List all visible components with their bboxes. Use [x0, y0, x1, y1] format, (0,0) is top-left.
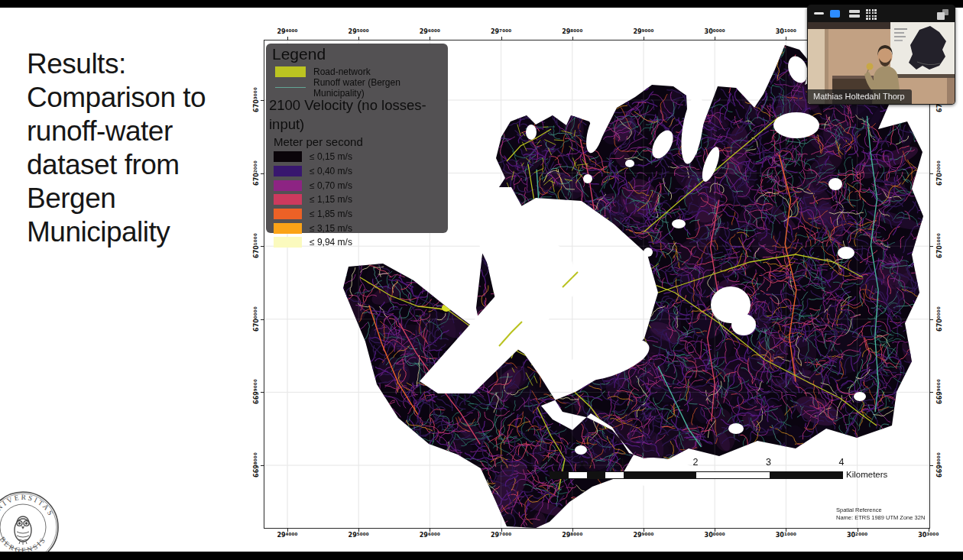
velocity-class-label: ≤ 1,15 m/s	[310, 194, 352, 205]
view-controls-toolbar	[807, 5, 955, 22]
scale-bar-number: 0,5	[571, 457, 601, 468]
map-frame: 2940002940002950002950002960002960002970…	[264, 40, 930, 529]
graticule-tick	[858, 528, 858, 532]
legend-class-row: ≤ 0,70 m/s	[274, 178, 442, 193]
spatial-reference: Spatial Reference Name: ETRS 1989 UTM Zo…	[836, 507, 925, 521]
scale-bar-segment	[770, 472, 843, 478]
x-axis-tick-label-bottom: 303000	[912, 532, 945, 539]
letterbox-bottom-bar	[0, 552, 963, 560]
title-line: Municipality	[27, 215, 256, 249]
grid-view-icon[interactable]	[866, 9, 877, 21]
y-axis-tick-label-right: 6698000	[936, 448, 943, 482]
legend-class-list: ≤ 0,15 m/s≤ 0,40 m/s≤ 0,70 m/s≤ 1,15 m/s…	[272, 150, 442, 250]
graticule-tick	[644, 37, 644, 40]
velocity-class-swatch	[274, 194, 302, 205]
velocity-class-label: ≤ 0,15 m/s	[310, 151, 352, 162]
velocity-class-swatch	[274, 223, 302, 234]
x-axis-tick-label-top: 301000	[769, 28, 802, 35]
graticule-tick	[572, 528, 573, 532]
x-axis-tick-label-top: 297000	[485, 28, 518, 35]
graticule-tick	[430, 37, 430, 40]
title-line: runoff-water	[27, 115, 256, 148]
gallery-strip-view-icon[interactable]	[849, 10, 860, 19]
x-axis-tick-label-bottom: 302000	[841, 532, 874, 539]
x-axis-tick-label-bottom: 301000	[769, 532, 802, 539]
graticule-tick	[786, 528, 786, 532]
velocity-class-swatch	[274, 209, 302, 219]
spatial-reference-name: Name: ETRS 1989 UTM Zone 32N	[836, 514, 925, 522]
graticule-tick	[715, 37, 715, 40]
spatial-reference-heading: Spatial Reference	[836, 507, 925, 514]
velocity-class-label: ≤ 3,15 m/s	[310, 223, 352, 234]
road-network-swatch	[275, 66, 306, 77]
legend-units-heading: Meter per second	[274, 134, 442, 150]
velocity-class-label: ≤ 0,40 m/s	[310, 166, 352, 176]
webcam-panel[interactable]: Mathias Holtedahl Thorp	[807, 5, 955, 105]
map-legend: Legend Road-network Runoff water (Bergen…	[266, 44, 448, 233]
scale-bar-graphic	[550, 471, 843, 479]
graticule-tick	[715, 528, 715, 532]
x-axis-tick-label-bottom: 295000	[342, 532, 375, 539]
graticule-tick	[261, 173, 264, 174]
y-axis-tick-label-left: 6701000	[253, 229, 260, 263]
legend-layer-title: 2100 Velocity (no losses-input)	[269, 95, 442, 134]
scale-bar-segment	[624, 472, 697, 478]
title-line: Results:	[27, 47, 256, 81]
university-of-bergen-seal: UNIVERSITAS BERGENSIS	[0, 490, 61, 560]
runoff-water-line-swatch	[275, 87, 306, 88]
legend-title: Legend	[272, 45, 442, 63]
scale-bar-number: 1	[608, 457, 638, 468]
microphone-icon	[867, 63, 874, 70]
scale-bar-number: 4	[826, 457, 857, 468]
x-axis-tick-label-top: 299000	[627, 28, 660, 35]
webcam-video: Mathias Holtedahl Thorp	[808, 22, 955, 104]
popout-view-icon[interactable]	[937, 9, 949, 20]
velocity-class-swatch	[274, 166, 302, 176]
y-axis-tick-label-left: 6702000	[253, 156, 260, 189]
graticule-tick	[430, 528, 430, 532]
scale-bar-number: 0	[534, 457, 565, 468]
scale-bar-number: 2	[680, 457, 711, 468]
minimize-view-icon[interactable]	[814, 12, 824, 15]
x-axis-tick-label-top: 300000	[698, 28, 731, 35]
slide-title: Results: Comparison to runoff-water data…	[27, 47, 256, 249]
velocity-class-swatch	[274, 237, 302, 248]
x-axis-tick-label-top: 298000	[556, 28, 589, 35]
legend-class-row: ≤ 1,85 m/s	[274, 207, 442, 222]
graticule-tick	[261, 465, 264, 466]
graticule-tick	[501, 528, 502, 532]
scale-bar-unit-label: Kilometers	[846, 470, 887, 479]
y-axis-tick-label-left: 6699000	[253, 375, 260, 409]
legend-item-runoff-water: Runoff water (Bergen Municipality)	[275, 79, 442, 95]
legend-class-row: ≤ 3,15 m/s	[274, 221, 442, 235]
y-axis-tick-label-left: 6698000	[253, 448, 260, 482]
legend-class-row: ≤ 1,15 m/s	[274, 193, 442, 207]
legend-class-row: ≤ 9,94 m/s	[274, 235, 442, 250]
scale-bar-segment	[605, 472, 624, 478]
graticule-tick	[287, 528, 288, 532]
graticule-tick	[929, 392, 933, 393]
graticule-tick	[501, 37, 502, 40]
velocity-class-swatch	[274, 151, 302, 162]
graticule-tick	[786, 37, 786, 40]
x-axis-tick-label-bottom: 297000	[485, 532, 518, 539]
x-axis-tick-label-bottom: 300000	[698, 532, 731, 539]
projection-screen	[890, 22, 955, 78]
legend-class-row: ≤ 0,15 m/s	[274, 150, 442, 164]
x-axis-tick-label-top: 295000	[342, 28, 375, 35]
scale-bar: 00,51234 Kilometers	[550, 457, 886, 483]
legend-class-row: ≤ 0,40 m/s	[274, 164, 442, 179]
graticule-tick	[261, 246, 264, 247]
graticule-tick	[929, 528, 929, 532]
presentation-screen: Results: Comparison to runoff-water data…	[0, 0, 963, 560]
x-axis-tick-label-bottom: 299000	[627, 532, 660, 539]
graticule-tick	[287, 37, 288, 40]
scale-bar-number: 3	[754, 457, 784, 468]
scale-bar-segment	[550, 472, 569, 478]
x-axis-tick-label-bottom: 294000	[271, 532, 304, 539]
y-axis-tick-label-right: 6700000	[936, 302, 943, 335]
graticule-tick	[644, 528, 644, 532]
graticule-tick	[261, 392, 264, 393]
active-speaker-view-icon[interactable]	[830, 10, 840, 18]
velocity-class-label: ≤ 1,85 m/s	[310, 209, 352, 219]
